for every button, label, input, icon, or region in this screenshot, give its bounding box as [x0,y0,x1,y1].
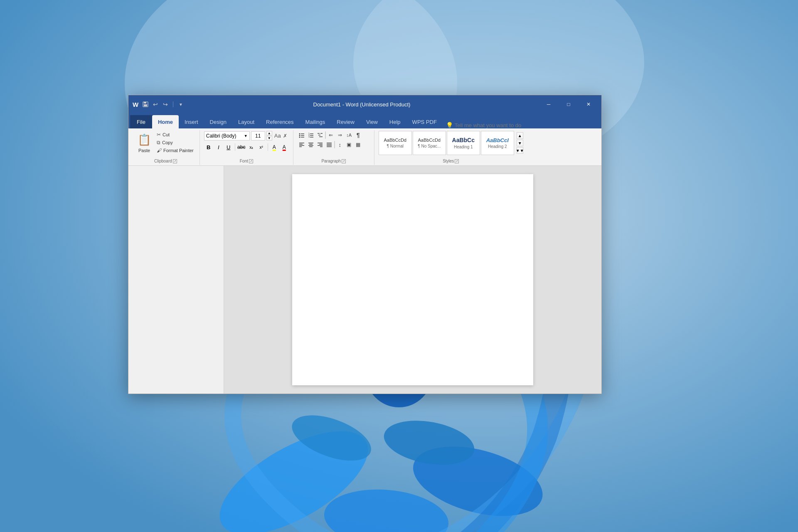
clipboard-expand-button[interactable]: ↗ [173,159,177,163]
separator [325,131,326,139]
svg-rect-15 [144,102,146,103]
decrease-indent-button[interactable]: ⇐ [327,131,335,139]
help-search-input[interactable] [455,122,538,128]
borders-button[interactable]: ▦ [354,140,362,149]
style-normal[interactable]: AaBbCcDd ¶ Normal [379,131,412,155]
align-center-button[interactable] [307,140,315,149]
bullets-button[interactable] [298,131,306,139]
style-heading2[interactable]: AaBbCcI Heading 2 [481,131,514,155]
change-case-button[interactable]: Aa [273,133,282,139]
font-color-button[interactable]: A [280,143,289,152]
titlebar-left: W ↩ ↪ ▼ [132,101,185,108]
styles-scroll-down-button[interactable]: ▼ [517,140,523,146]
shading-button[interactable]: ▣ [345,140,353,149]
style-heading1-preview: AaBbCc [452,137,475,144]
increase-indent-button[interactable]: ⇒ [336,131,344,139]
align-right-button[interactable] [316,140,324,149]
styles-expand-button[interactable]: ▼▼ [517,147,523,154]
copy-button[interactable]: ⧉ Copy [155,139,195,146]
tab-file[interactable]: File [130,115,152,128]
tab-references[interactable]: References [260,115,299,128]
styles-group-label: Styles ↗ [443,159,459,163]
save-button[interactable] [142,101,149,108]
styles-nav: ▲ ▼ ▼▼ [517,132,523,154]
paste-button[interactable]: 📋 Paste [136,131,153,154]
document-sidebar [128,166,224,394]
undo-button[interactable]: ↩ [152,101,159,108]
style-heading2-preview: AaBbCcI [486,137,509,144]
styles-items-row: AaBbCcDd ¶ Normal AaBbCcDd ¶ No Spac... … [379,131,523,155]
tab-wpspdf[interactable]: WPS PDF [406,115,443,128]
style-no-spacing-label: ¶ No Spac... [418,144,441,148]
tab-home[interactable]: Home [152,115,179,128]
decrease-font-size-button[interactable]: ▼ [266,136,272,140]
sort-button[interactable]: ↕A [345,131,353,139]
strikethrough-button[interactable]: abc [237,143,246,152]
tab-insert[interactable]: Insert [179,115,204,128]
word-window: W ↩ ↪ ▼ Document1 - Word (Unlicensed Pro… [128,95,602,394]
styles-scroll-up-button[interactable]: ▲ [517,132,523,139]
tab-view[interactable]: View [360,115,384,128]
document-main [224,166,601,394]
align-left-button[interactable] [298,140,306,149]
paragraph-row1: 1.2.3. ⇐ ⇒ ↕A ¶ [298,131,370,139]
scissors-icon: ✂ [157,132,161,138]
superscript-button[interactable]: x² [257,143,266,152]
style-heading1[interactable]: AaBbCc Heading 1 [447,131,480,155]
close-button[interactable]: ✕ [579,98,598,111]
font-expand-button[interactable]: ↗ [249,159,253,163]
paragraph-row2: ↕ ▣ ▦ [298,140,370,149]
styles-expand-dialog-button[interactable]: ↗ [455,159,459,163]
subscript-button[interactable]: x₂ [247,143,256,152]
titlebar-separator [173,101,173,107]
font-name-select[interactable]: Calibri (Body) ▼ [204,131,250,140]
multilevel-list-button[interactable] [316,131,324,139]
ribbon-content: 📋 Paste ✂ Cut ⧉ Copy 🖌 Format Painter [128,128,601,166]
text-highlight-button[interactable]: A [270,143,279,152]
tab-design[interactable]: Design [204,115,232,128]
format-separator2 [268,143,268,151]
help-search-bar: 💡 [443,122,600,128]
paste-icon: 📋 [138,132,151,147]
font-format-row: B I U abc x₂ x² A A [204,143,289,152]
titlebar-right: ─ □ ✕ [539,98,598,111]
styles-container: AaBbCcDd ¶ Normal AaBbCcDd ¶ No Spac... … [379,131,523,158]
document-page[interactable] [292,174,533,385]
font-controls: Calibri (Body) ▼ 11 ▲ ▼ Aa ✗ B I [204,131,289,152]
tab-help[interactable]: Help [384,115,406,128]
format-painter-button[interactable]: 🖌 Format Painter [155,147,195,154]
clipboard-group-label: Clipboard ↗ [154,159,177,163]
font-size-arrows: ▲ ▼ [266,131,272,140]
redo-button[interactable]: ↪ [162,101,169,108]
line-spacing-button[interactable]: ↕ [336,140,344,149]
paragraph-expand-button[interactable]: ↗ [342,159,346,163]
italic-button[interactable]: I [214,143,223,152]
clear-formatting-button[interactable]: ✗ [283,133,287,139]
show-marks-button[interactable]: ¶ [354,131,362,139]
style-normal-preview: AaBbCcDd [384,138,406,143]
document-area [128,166,601,394]
bold-button[interactable]: B [204,143,213,152]
numbering-button[interactable]: 1.2.3. [307,131,315,139]
tab-review[interactable]: Review [331,115,360,128]
underline-button[interactable]: U [224,143,233,152]
font-group: Calibri (Body) ▼ 11 ▲ ▼ Aa ✗ B I [200,130,293,165]
font-size-input[interactable]: 11 [251,131,265,140]
word-app-icon: W [132,101,139,108]
lightbulb-icon: 💡 [446,122,453,128]
tab-layout[interactable]: Layout [232,115,260,128]
svg-point-17 [299,133,300,135]
ribbon-tabs: File Home Insert Design Layout Reference… [128,113,601,128]
clipboard-group: 📋 Paste ✂ Cut ⧉ Copy 🖌 Format Painter [132,130,200,165]
tab-mailings[interactable]: Mailings [300,115,331,128]
style-no-spacing[interactable]: AaBbCcDd ¶ No Spac... [413,131,446,155]
cut-button[interactable]: ✂ Cut [155,131,195,138]
customize-qat-button[interactable]: ▼ [177,101,185,108]
minimize-button[interactable]: ─ [539,98,558,111]
separator2 [334,141,335,148]
style-no-spacing-preview: AaBbCcDd [418,138,441,143]
paragraph-group: 1.2.3. ⇐ ⇒ ↕A ¶ [293,130,374,165]
increase-font-size-button[interactable]: ▲ [266,131,272,135]
justify-button[interactable] [325,140,333,149]
maximize-button[interactable]: □ [559,98,578,111]
